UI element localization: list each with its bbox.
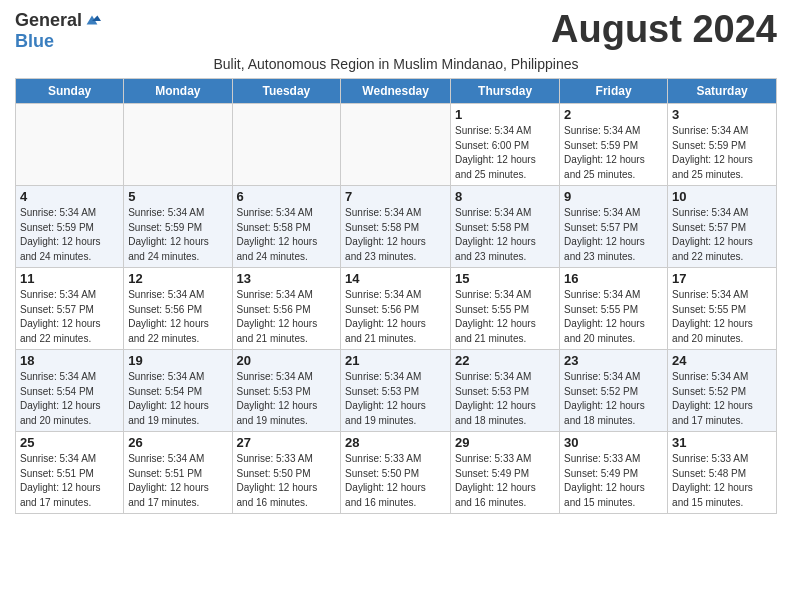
day-number: 4 — [20, 189, 119, 204]
day-detail: Sunrise: 5:34 AM Sunset: 5:55 PM Dayligh… — [672, 289, 753, 344]
day-number: 17 — [672, 271, 772, 286]
dow-header-tuesday: Tuesday — [232, 79, 341, 104]
calendar-cell — [232, 104, 341, 186]
dow-header-thursday: Thursday — [451, 79, 560, 104]
day-detail: Sunrise: 5:34 AM Sunset: 5:59 PM Dayligh… — [128, 207, 209, 262]
calendar-cell: 18Sunrise: 5:34 AM Sunset: 5:54 PM Dayli… — [16, 350, 124, 432]
day-detail: Sunrise: 5:34 AM Sunset: 5:53 PM Dayligh… — [455, 371, 536, 426]
day-number: 23 — [564, 353, 663, 368]
calendar-cell: 17Sunrise: 5:34 AM Sunset: 5:55 PM Dayli… — [668, 268, 777, 350]
day-number: 7 — [345, 189, 446, 204]
calendar-week-row: 25Sunrise: 5:34 AM Sunset: 5:51 PM Dayli… — [16, 432, 777, 514]
dow-header-monday: Monday — [124, 79, 232, 104]
day-detail: Sunrise: 5:34 AM Sunset: 6:00 PM Dayligh… — [455, 125, 536, 180]
day-number: 5 — [128, 189, 227, 204]
day-number: 28 — [345, 435, 446, 450]
day-detail: Sunrise: 5:34 AM Sunset: 5:56 PM Dayligh… — [128, 289, 209, 344]
calendar-cell: 26Sunrise: 5:34 AM Sunset: 5:51 PM Dayli… — [124, 432, 232, 514]
day-number: 20 — [237, 353, 337, 368]
day-number: 6 — [237, 189, 337, 204]
day-number: 31 — [672, 435, 772, 450]
header: General Blue August 2024 — [15, 10, 777, 52]
calendar-subtitle: Bulit, Autonomous Region in Muslim Minda… — [15, 56, 777, 72]
day-detail: Sunrise: 5:34 AM Sunset: 5:58 PM Dayligh… — [237, 207, 318, 262]
calendar-cell: 28Sunrise: 5:33 AM Sunset: 5:50 PM Dayli… — [341, 432, 451, 514]
calendar-cell: 11Sunrise: 5:34 AM Sunset: 5:57 PM Dayli… — [16, 268, 124, 350]
day-number: 14 — [345, 271, 446, 286]
calendar-table: SundayMondayTuesdayWednesdayThursdayFrid… — [15, 78, 777, 514]
day-detail: Sunrise: 5:34 AM Sunset: 5:55 PM Dayligh… — [455, 289, 536, 344]
calendar-cell — [124, 104, 232, 186]
calendar-cell: 20Sunrise: 5:34 AM Sunset: 5:53 PM Dayli… — [232, 350, 341, 432]
calendar-cell: 29Sunrise: 5:33 AM Sunset: 5:49 PM Dayli… — [451, 432, 560, 514]
day-number: 26 — [128, 435, 227, 450]
calendar-week-row: 18Sunrise: 5:34 AM Sunset: 5:54 PM Dayli… — [16, 350, 777, 432]
day-number: 11 — [20, 271, 119, 286]
calendar-cell: 19Sunrise: 5:34 AM Sunset: 5:54 PM Dayli… — [124, 350, 232, 432]
calendar-cell: 13Sunrise: 5:34 AM Sunset: 5:56 PM Dayli… — [232, 268, 341, 350]
calendar-cell — [341, 104, 451, 186]
calendar-cell: 15Sunrise: 5:34 AM Sunset: 5:55 PM Dayli… — [451, 268, 560, 350]
calendar-cell: 12Sunrise: 5:34 AM Sunset: 5:56 PM Dayli… — [124, 268, 232, 350]
day-detail: Sunrise: 5:33 AM Sunset: 5:48 PM Dayligh… — [672, 453, 753, 508]
calendar-cell: 7Sunrise: 5:34 AM Sunset: 5:58 PM Daylig… — [341, 186, 451, 268]
calendar-cell: 27Sunrise: 5:33 AM Sunset: 5:50 PM Dayli… — [232, 432, 341, 514]
calendar-cell: 30Sunrise: 5:33 AM Sunset: 5:49 PM Dayli… — [560, 432, 668, 514]
day-number: 27 — [237, 435, 337, 450]
day-detail: Sunrise: 5:34 AM Sunset: 5:59 PM Dayligh… — [20, 207, 101, 262]
day-number: 8 — [455, 189, 555, 204]
day-detail: Sunrise: 5:34 AM Sunset: 5:57 PM Dayligh… — [564, 207, 645, 262]
logo-icon — [83, 12, 101, 30]
day-number: 22 — [455, 353, 555, 368]
day-detail: Sunrise: 5:34 AM Sunset: 5:51 PM Dayligh… — [20, 453, 101, 508]
day-number: 12 — [128, 271, 227, 286]
day-number: 25 — [20, 435, 119, 450]
day-detail: Sunrise: 5:34 AM Sunset: 5:58 PM Dayligh… — [455, 207, 536, 262]
calendar-cell: 3Sunrise: 5:34 AM Sunset: 5:59 PM Daylig… — [668, 104, 777, 186]
day-detail: Sunrise: 5:34 AM Sunset: 5:57 PM Dayligh… — [672, 207, 753, 262]
day-detail: Sunrise: 5:33 AM Sunset: 5:49 PM Dayligh… — [455, 453, 536, 508]
day-number: 3 — [672, 107, 772, 122]
calendar-week-row: 4Sunrise: 5:34 AM Sunset: 5:59 PM Daylig… — [16, 186, 777, 268]
day-detail: Sunrise: 5:34 AM Sunset: 5:54 PM Dayligh… — [128, 371, 209, 426]
dow-header-friday: Friday — [560, 79, 668, 104]
day-detail: Sunrise: 5:34 AM Sunset: 5:55 PM Dayligh… — [564, 289, 645, 344]
day-number: 21 — [345, 353, 446, 368]
day-detail: Sunrise: 5:34 AM Sunset: 5:58 PM Dayligh… — [345, 207, 426, 262]
calendar-cell — [16, 104, 124, 186]
day-number: 19 — [128, 353, 227, 368]
day-detail: Sunrise: 5:33 AM Sunset: 5:49 PM Dayligh… — [564, 453, 645, 508]
day-detail: Sunrise: 5:33 AM Sunset: 5:50 PM Dayligh… — [237, 453, 318, 508]
dow-header-wednesday: Wednesday — [341, 79, 451, 104]
calendar-cell: 25Sunrise: 5:34 AM Sunset: 5:51 PM Dayli… — [16, 432, 124, 514]
calendar-cell: 2Sunrise: 5:34 AM Sunset: 5:59 PM Daylig… — [560, 104, 668, 186]
logo-general-text: General — [15, 10, 82, 31]
logo-blue-text: Blue — [15, 31, 54, 52]
calendar-cell: 22Sunrise: 5:34 AM Sunset: 5:53 PM Dayli… — [451, 350, 560, 432]
day-detail: Sunrise: 5:34 AM Sunset: 5:53 PM Dayligh… — [237, 371, 318, 426]
calendar-cell: 14Sunrise: 5:34 AM Sunset: 5:56 PM Dayli… — [341, 268, 451, 350]
day-number: 1 — [455, 107, 555, 122]
calendar-cell: 24Sunrise: 5:34 AM Sunset: 5:52 PM Dayli… — [668, 350, 777, 432]
day-number: 30 — [564, 435, 663, 450]
day-detail: Sunrise: 5:33 AM Sunset: 5:50 PM Dayligh… — [345, 453, 426, 508]
day-detail: Sunrise: 5:34 AM Sunset: 5:52 PM Dayligh… — [564, 371, 645, 426]
day-detail: Sunrise: 5:34 AM Sunset: 5:57 PM Dayligh… — [20, 289, 101, 344]
calendar-cell: 23Sunrise: 5:34 AM Sunset: 5:52 PM Dayli… — [560, 350, 668, 432]
calendar-cell: 9Sunrise: 5:34 AM Sunset: 5:57 PM Daylig… — [560, 186, 668, 268]
day-detail: Sunrise: 5:34 AM Sunset: 5:54 PM Dayligh… — [20, 371, 101, 426]
logo: General Blue — [15, 10, 101, 52]
day-number: 16 — [564, 271, 663, 286]
day-number: 2 — [564, 107, 663, 122]
calendar-cell: 8Sunrise: 5:34 AM Sunset: 5:58 PM Daylig… — [451, 186, 560, 268]
day-detail: Sunrise: 5:34 AM Sunset: 5:59 PM Dayligh… — [672, 125, 753, 180]
dow-header-sunday: Sunday — [16, 79, 124, 104]
day-number: 15 — [455, 271, 555, 286]
month-title: August 2024 — [551, 10, 777, 48]
calendar-cell: 21Sunrise: 5:34 AM Sunset: 5:53 PM Dayli… — [341, 350, 451, 432]
day-detail: Sunrise: 5:34 AM Sunset: 5:59 PM Dayligh… — [564, 125, 645, 180]
day-number: 18 — [20, 353, 119, 368]
calendar-cell: 6Sunrise: 5:34 AM Sunset: 5:58 PM Daylig… — [232, 186, 341, 268]
calendar-cell: 31Sunrise: 5:33 AM Sunset: 5:48 PM Dayli… — [668, 432, 777, 514]
calendar-cell: 10Sunrise: 5:34 AM Sunset: 5:57 PM Dayli… — [668, 186, 777, 268]
